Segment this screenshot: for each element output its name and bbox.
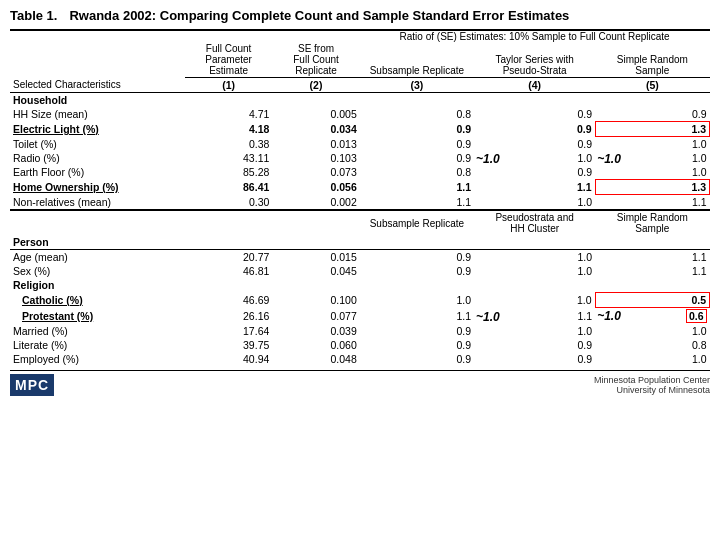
mpc-box: MPC <box>10 374 54 396</box>
col-header-row: Selected Characteristics Full CountParam… <box>10 42 710 78</box>
table-row: Home Ownership (%) 86.41 0.056 1.1 1.1 1… <box>10 180 710 195</box>
table-row: Non-relatives (mean) 0.30 0.002 1.1 1.0 … <box>10 195 710 211</box>
person-subsample-header: Subsample Replicate <box>360 210 474 235</box>
page: Table 1. Rwanda 2002: Comparing Complete… <box>0 0 720 540</box>
table-row: Employed (%) 40.94 0.048 0.9 0.9 1.0 <box>10 352 710 366</box>
table-row: Age (mean) 20.77 0.015 0.9 1.0 1.1 <box>10 250 710 265</box>
table-row: Radio (%) 43.11 0.103 0.9 ~1.0 1.0 ~1.0 … <box>10 151 710 165</box>
table-row: Sex (%) 46.81 0.045 0.9 1.0 1.1 <box>10 264 710 278</box>
col1-label-line1: Selected Characteristics <box>13 78 182 91</box>
table-row: Literate (%) 39.75 0.060 0.9 0.9 0.8 <box>10 338 710 352</box>
table-row: HH Size (mean) 4.71 0.005 0.8 0.9 0.9 <box>10 107 710 122</box>
table-row: Toilet (%) 0.38 0.013 0.9 0.9 1.0 <box>10 137 710 152</box>
household-header: Household <box>10 93 710 108</box>
table-label: Table 1. <box>10 8 57 23</box>
ratio-header-row: Ratio of (SE) Estimates: 10% Sample to F… <box>10 30 710 42</box>
mpc-logo: MPC <box>10 374 54 396</box>
main-table: Ratio of (SE) Estimates: 10% Sample to F… <box>10 29 710 366</box>
table-title: Rwanda 2002: Comparing Complete Count an… <box>69 8 569 23</box>
subsample-replicate-header: Subsample Replicate <box>360 42 474 78</box>
umn-text: Minnesota Population Center University o… <box>594 375 710 395</box>
table-row: Catholic (%) 46.69 0.100 1.0 1.0 0.5 <box>10 293 710 308</box>
table-row: Electric Light (%) 4.18 0.034 0.9 0.9 1.… <box>10 122 710 137</box>
table-row: Protestant (%) 26.16 0.077 1.1 ~1.0 1.1 … <box>10 308 710 325</box>
religion-header: Religion <box>10 278 710 293</box>
person-header-divider: Subsample Replicate Pseudostrata andHH C… <box>10 210 710 235</box>
person-header: Person <box>10 235 710 250</box>
footer: MPC Minnesota Population Center Universi… <box>10 370 710 396</box>
household-header-row: Household <box>10 93 710 108</box>
person-section-header-row: Person <box>10 235 710 250</box>
table-row: Earth Floor (%) 85.28 0.073 0.8 0.9 1.0 <box>10 165 710 180</box>
religion-header-row: Religion <box>10 278 710 293</box>
page-title: Table 1. Rwanda 2002: Comparing Complete… <box>10 8 710 23</box>
table-row: Married (%) 17.64 0.039 0.9 1.0 1.0 <box>10 324 710 338</box>
ratio-header-cell: Ratio of (SE) Estimates: 10% Sample to F… <box>360 30 710 42</box>
